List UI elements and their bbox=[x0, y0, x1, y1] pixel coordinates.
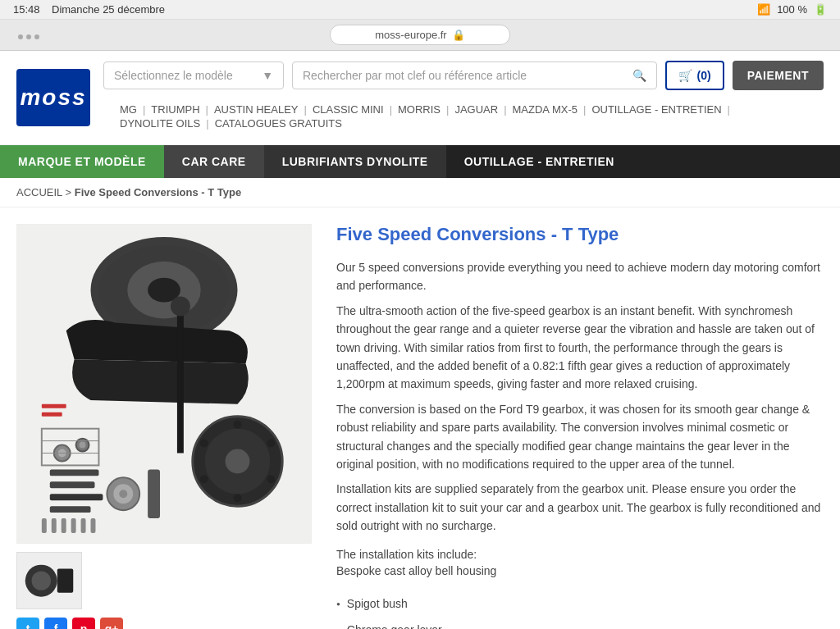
breadcrumb-current: Five Speed Conversions - T Type bbox=[75, 186, 241, 198]
paiement-button[interactable]: PAIEMENT bbox=[733, 61, 824, 90]
separator: | bbox=[390, 103, 392, 116]
status-time-date: 15:48 Dimanche 25 décembre bbox=[13, 3, 165, 16]
svg-point-6 bbox=[171, 297, 190, 317]
twitter-share-button[interactable]: t bbox=[16, 618, 39, 629]
svg-rect-35 bbox=[148, 469, 160, 518]
svg-rect-31 bbox=[42, 412, 62, 417]
separator: | bbox=[143, 103, 145, 116]
google-share-button[interactable]: g+ bbox=[100, 618, 123, 629]
nav-jaguar[interactable]: JAGUAR bbox=[454, 103, 498, 116]
facebook-icon: f bbox=[54, 622, 58, 629]
main-nav-lubrifiants[interactable]: LUBRIFIANTS DYNOLITE bbox=[264, 145, 446, 178]
breadcrumb: ACCUEIL > Five Speed Conversions - T Typ… bbox=[0, 178, 840, 207]
main-product-image[interactable] bbox=[16, 224, 312, 544]
product-desc-p1: Our 5 speed conversions provide everythi… bbox=[336, 258, 824, 295]
separator: | bbox=[583, 103, 586, 116]
header-top-row: Sélectionnez le modèle ▼ Rechercher par … bbox=[103, 61, 824, 90]
product-desc-p3: The conversion is based on the Ford T9 g… bbox=[336, 400, 824, 474]
nav-triumph[interactable]: TRIUMPH bbox=[151, 103, 199, 116]
wifi-icon: 📶 bbox=[757, 3, 770, 16]
social-row: t f p g+ bbox=[16, 618, 312, 629]
nav-catalogues-gratuits[interactable]: CATALOGUES GRATUITS bbox=[215, 117, 342, 130]
svg-point-41 bbox=[32, 571, 51, 590]
status-bar: 15:48 Dimanche 25 décembre 📶 100 % 🔋 bbox=[0, 0, 840, 20]
svg-point-11 bbox=[267, 440, 275, 448]
svg-rect-29 bbox=[91, 518, 96, 533]
facebook-share-button[interactable]: f bbox=[44, 618, 67, 629]
search-icon: 🔍 bbox=[632, 69, 646, 82]
nav-mg[interactable]: MG bbox=[120, 103, 137, 116]
installation-note: The installation kits include: Bespoke c… bbox=[336, 548, 824, 577]
pinterest-share-button[interactable]: p bbox=[72, 618, 95, 629]
separator: | bbox=[728, 103, 730, 116]
battery-icon: 🔋 bbox=[814, 3, 827, 16]
header-controls: Sélectionnez le modèle ▼ Rechercher par … bbox=[103, 61, 824, 134]
browser-dots bbox=[16, 29, 41, 42]
nav-morris[interactable]: MORRIS bbox=[398, 103, 441, 116]
svg-rect-16 bbox=[50, 469, 99, 476]
search-input-box[interactable]: Rechercher par mot clef ou référence art… bbox=[292, 62, 657, 89]
google-icon: g+ bbox=[105, 622, 119, 629]
product-description: Our 5 speed conversions provide everythi… bbox=[336, 258, 824, 535]
thumbnail-images bbox=[16, 552, 312, 609]
product-thumbnail[interactable] bbox=[16, 552, 82, 609]
pinterest-icon: p bbox=[80, 622, 88, 629]
separator: | bbox=[446, 103, 449, 116]
svg-rect-25 bbox=[52, 518, 57, 533]
logo-text: moss bbox=[20, 84, 86, 111]
svg-rect-28 bbox=[81, 518, 86, 533]
svg-point-12 bbox=[267, 475, 275, 483]
nav-classic-mini[interactable]: CLASSIC MINI bbox=[313, 103, 384, 116]
main-nav-outillage[interactable]: OUTILLAGE - ENTRETIEN bbox=[446, 145, 840, 178]
svg-rect-19 bbox=[50, 506, 91, 513]
cart-count: (0) bbox=[697, 69, 711, 82]
install-note-1: The installation kits include: bbox=[336, 548, 824, 561]
svg-rect-42 bbox=[57, 568, 74, 592]
svg-point-10 bbox=[234, 421, 242, 429]
search-placeholder: Rechercher par mot clef ou référence art… bbox=[303, 69, 527, 82]
breadcrumb-home[interactable]: ACCUEIL bbox=[16, 186, 62, 198]
bullet-item-2: Chrome gear lever bbox=[336, 617, 824, 629]
main-nav: MARQUE ET MODÈLE CAR CARE LUBRIFIANTS DY… bbox=[0, 145, 840, 178]
date: Dimanche 25 décembre bbox=[52, 3, 165, 16]
svg-rect-24 bbox=[42, 518, 47, 533]
nav-austin-healey[interactable]: AUSTIN HEALEY bbox=[214, 103, 299, 116]
svg-rect-27 bbox=[71, 518, 76, 533]
separator: | bbox=[304, 103, 307, 116]
chevron-down-icon: ▼ bbox=[262, 69, 273, 82]
bullet-list: Spigot bush Chrome gear lever Propshaft … bbox=[336, 590, 824, 629]
separator: | bbox=[504, 103, 506, 116]
product-info: Five Speed Conversions - T Type Our 5 sp… bbox=[336, 224, 824, 629]
browser-chrome: moss-europe.fr 🔒 bbox=[0, 20, 840, 51]
time: 15:48 bbox=[13, 3, 40, 16]
cart-button[interactable]: 🛒 (0) bbox=[665, 61, 724, 90]
site-logo[interactable]: moss bbox=[16, 69, 90, 126]
product-desc-p2: The ultra-smooth action of the five-spee… bbox=[336, 302, 824, 394]
browser-url-bar[interactable]: moss-europe.fr 🔒 bbox=[330, 25, 510, 45]
svg-rect-18 bbox=[50, 494, 103, 500]
breadcrumb-separator: > bbox=[66, 186, 72, 198]
bullet-item-1: Spigot bush bbox=[336, 590, 824, 617]
nav-dynolite-oils[interactable]: DYNOLITE OILS bbox=[120, 117, 200, 130]
cart-icon: 🛒 bbox=[678, 69, 692, 82]
battery-label: 100 % bbox=[777, 3, 807, 16]
svg-point-15 bbox=[200, 440, 208, 448]
svg-point-9 bbox=[226, 449, 250, 474]
twitter-icon: t bbox=[26, 622, 30, 629]
svg-point-23 bbox=[80, 442, 86, 449]
separator: | bbox=[206, 117, 208, 130]
svg-point-13 bbox=[234, 494, 242, 502]
product-title: Five Speed Conversions - T Type bbox=[336, 224, 824, 245]
svg-point-34 bbox=[119, 490, 127, 498]
main-nav-marque-modele[interactable]: MARQUE ET MODÈLE bbox=[0, 145, 164, 178]
nav-mazda-mx5[interactable]: MAZDA MX-5 bbox=[513, 103, 578, 116]
svg-rect-17 bbox=[50, 481, 95, 488]
separator: | bbox=[206, 103, 208, 116]
nav-outillage-entretien[interactable]: OUTILLAGE - ENTRETIEN bbox=[591, 103, 721, 116]
main-nav-car-care[interactable]: CAR CARE bbox=[164, 145, 264, 178]
top-nav: MG | TRIUMPH | AUSTIN HEALEY | CLASSIC M… bbox=[103, 98, 824, 134]
lock-icon: 🔒 bbox=[452, 29, 465, 41]
model-select-dropdown[interactable]: Sélectionnez le modèle ▼ bbox=[103, 62, 284, 89]
product-desc-p4: Installation kits are supplied separatel… bbox=[336, 480, 824, 535]
svg-rect-26 bbox=[62, 518, 66, 533]
